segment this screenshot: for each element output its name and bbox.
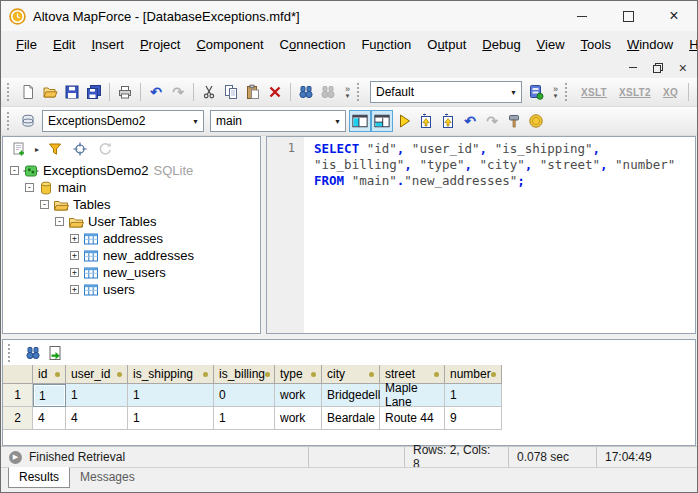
datasource-combo[interactable]: ExceptionsDemo2▼ (42, 110, 204, 132)
commit-icon[interactable] (503, 110, 525, 132)
grid-cell[interactable]: Maple Lane (380, 384, 445, 407)
execute-selection-icon[interactable] (437, 110, 459, 132)
expand-icon[interactable]: + (70, 285, 79, 294)
chevron-down-icon[interactable]: ▼ (506, 89, 521, 96)
coin-icon[interactable] (525, 110, 547, 132)
tree-item-addresses[interactable]: +addresses (3, 230, 260, 247)
copy-icon[interactable] (220, 81, 242, 103)
sql-code-editor[interactable]: SELECT "id", "user_id", "is_shipping", "… (304, 137, 695, 333)
close-button[interactable]: × (651, 1, 697, 31)
collapse-icon[interactable]: - (25, 183, 34, 192)
run-query-icon[interactable] (393, 110, 415, 132)
open-icon[interactable] (39, 81, 61, 103)
tree-item-main[interactable]: -main (3, 179, 260, 196)
schema-combo[interactable]: main▼ (210, 110, 346, 132)
tree-item-new-addresses[interactable]: +new_addresses (3, 247, 260, 264)
menu-item-insert[interactable]: Insert (83, 34, 132, 55)
menu-item-edit[interactable]: Edit (45, 34, 83, 55)
column-header-is_shipping[interactable]: is_shipping (128, 365, 214, 384)
grid-cell[interactable]: 9 (445, 407, 502, 430)
menu-item-window[interactable]: Window (619, 34, 681, 55)
tree-item-users[interactable]: +users (3, 281, 260, 298)
tree-item-tables[interactable]: -Tables (3, 196, 260, 213)
grid-cell[interactable]: 1 (33, 384, 66, 407)
layout-vertical-icon[interactable] (349, 110, 371, 132)
column-header-user_id[interactable]: user_id (66, 365, 128, 384)
grid-cell[interactable]: 0 (214, 384, 275, 407)
expand-icon[interactable]: + (70, 268, 79, 277)
column-header-city[interactable]: city (322, 365, 380, 384)
grid-cell[interactable]: 4 (33, 407, 66, 430)
cut-icon[interactable] (198, 81, 220, 103)
menu-item-output[interactable]: Output (419, 34, 474, 55)
column-header-type[interactable]: type (275, 365, 322, 384)
collapse-icon[interactable]: - (55, 217, 64, 226)
grid-cell[interactable]: 1 (214, 407, 275, 430)
delete-icon[interactable] (264, 81, 286, 103)
toolbar-grip[interactable] (565, 83, 570, 101)
row-number-cell[interactable]: 1 (3, 384, 33, 407)
toolbar-grip[interactable] (7, 112, 12, 130)
output-format-combo[interactable]: Default▼ (370, 81, 522, 103)
chevron-down-icon[interactable]: ▼ (188, 118, 203, 125)
db-connect-icon[interactable] (17, 110, 39, 132)
tree-item-exceptionsdemo2[interactable]: -ExceptionsDemo2SQLite (3, 162, 260, 179)
grid-cell[interactable]: work (275, 384, 322, 407)
collapse-icon[interactable]: - (40, 200, 49, 209)
expand-icon[interactable]: + (70, 234, 79, 243)
component-settings-icon[interactable] (525, 81, 547, 103)
grid-cell[interactable]: Bridgedell (322, 384, 380, 407)
menu-item-connection[interactable]: Connection (272, 34, 354, 55)
grid-cell[interactable]: work (275, 407, 322, 430)
undo-icon[interactable]: ↶ (459, 110, 481, 132)
tree-item-user-tables[interactable]: -User Tables (3, 213, 260, 230)
menu-item-view[interactable]: View (529, 34, 573, 55)
grid-cell[interactable]: 1 (66, 384, 128, 407)
execute-for-mapping-icon[interactable] (415, 110, 437, 132)
export-icon[interactable] (44, 342, 66, 364)
tab-messages[interactable]: Messages (70, 468, 145, 487)
filter-icon[interactable] (44, 138, 66, 160)
add-datasource-icon[interactable] (8, 138, 30, 160)
chevron-down-icon[interactable]: ▼ (330, 118, 345, 125)
row-number-cell[interactable]: 2 (3, 407, 33, 430)
new-icon[interactable] (17, 81, 39, 103)
menu-item-project[interactable]: Project (132, 34, 188, 55)
menu-item-component[interactable]: Component (188, 34, 271, 55)
tree-item-new-users[interactable]: +new_users (3, 264, 260, 281)
menu-item-tools[interactable]: Tools (573, 34, 619, 55)
maximize-button[interactable] (605, 1, 651, 31)
column-header-is_billing[interactable]: is_billing (214, 365, 275, 384)
mdi-restore-button[interactable] (653, 63, 663, 73)
print-icon[interactable] (114, 81, 136, 103)
toolbar-grip[interactable] (357, 83, 362, 101)
column-header-id[interactable]: id (33, 365, 66, 384)
save-all-icon[interactable] (83, 81, 105, 103)
grid-corner-cell[interactable] (3, 365, 33, 384)
layout-horizontal-icon[interactable] (371, 110, 393, 132)
mdi-close-button[interactable]: × (679, 61, 687, 75)
minimize-button[interactable] (559, 1, 605, 31)
grid-cell[interactable]: 1 (128, 407, 214, 430)
undo-icon[interactable]: ↶ (145, 81, 167, 103)
grid-cell[interactable]: 4 (66, 407, 128, 430)
toolbar-grip[interactable] (8, 344, 13, 362)
grid-cell[interactable]: 1 (128, 384, 214, 407)
menu-item-file[interactable]: File (8, 34, 45, 55)
goto-target-icon[interactable] (69, 138, 91, 160)
expand-icon[interactable]: + (70, 251, 79, 260)
toolbar-overflow-button[interactable]: »▼ (549, 81, 562, 103)
find-icon[interactable] (295, 81, 317, 103)
menu-item-help[interactable]: Help (681, 34, 698, 55)
menu-item-function[interactable]: Function (353, 34, 419, 55)
grid-cell[interactable]: Beardale (322, 407, 380, 430)
collapse-icon[interactable]: - (10, 166, 19, 175)
toolbar-grip[interactable] (7, 83, 12, 101)
find-icon[interactable] (22, 342, 44, 364)
toolbar-overflow-button[interactable]: »▼ (341, 81, 354, 103)
save-icon[interactable] (61, 81, 83, 103)
tab-results[interactable]: Results (8, 467, 70, 488)
mdi-minimize-button[interactable] (629, 67, 637, 68)
menu-item-debug[interactable]: Debug (474, 34, 528, 55)
grid-cell[interactable]: Route 44 (380, 407, 445, 430)
